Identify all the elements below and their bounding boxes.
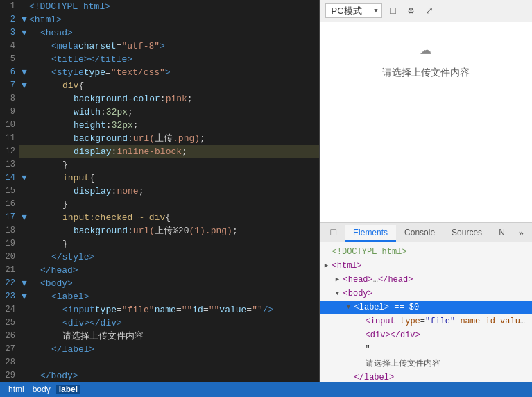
status-breadcrumb-label[interactable]: label	[56, 385, 80, 394]
line-gutter: 2	[0, 13, 19, 26]
line-gutter: 17	[0, 211, 19, 224]
line-content: <head>	[29, 26, 319, 40]
line-content: background:url(上传%20(1).png);	[29, 224, 319, 237]
collapse-arrow	[19, 343, 29, 356]
line-gutter: 25	[0, 316, 19, 330]
line-gutter: 11	[0, 132, 19, 145]
upload-cloud-icon: ☁	[420, 36, 431, 60]
status-bar: htmlbodylabel	[0, 382, 532, 397]
code-line: 22▼<body>	[0, 277, 319, 290]
collapse-arrow[interactable]: ▼	[19, 13, 29, 26]
collapse-arrow	[19, 224, 29, 237]
upload-area: ☁ 请选择上传文件内容	[382, 36, 470, 79]
line-gutter: 10	[0, 119, 19, 132]
code-line: 10 height: 32px;	[0, 119, 319, 132]
settings-icon[interactable]: ⚙	[404, 4, 418, 18]
code-line: 3▼<head>	[0, 26, 319, 40]
collapse-arrow	[19, 198, 29, 211]
right-panel: PC模式手机模式平板模式 □ ⚙ ⤢ ☁ 请选择上传文件内容 □Elements…	[320, 0, 532, 382]
collapse-arrow[interactable]: ▼	[19, 79, 29, 92]
line-gutter: 28	[0, 356, 19, 369]
line-content: input{	[29, 171, 319, 185]
line-content: <!DOCTYPE html>	[29, 0, 319, 13]
line-content: </label>	[29, 343, 319, 356]
collapse-arrow	[19, 145, 29, 158]
collapse-arrow	[19, 264, 29, 277]
line-content: <body>	[29, 277, 319, 290]
dom-line[interactable]: <div></div>	[320, 328, 532, 342]
code-line: 5 <title></title>	[0, 53, 319, 66]
dom-line[interactable]: ▼<body>	[320, 287, 532, 301]
line-content: <style type="text/css">	[29, 66, 319, 79]
code-line: 19 }	[0, 237, 319, 251]
code-line: 8 background-color: pink;	[0, 92, 319, 105]
devtools-tab-more[interactable]: »	[513, 226, 529, 242]
responsive-icon[interactable]: □	[386, 4, 400, 18]
collapse-arrow[interactable]: ▼	[19, 171, 29, 185]
dom-line[interactable]: </label>	[320, 371, 532, 382]
dom-line[interactable]: ▶<head>…</head>	[320, 273, 532, 287]
status-breadcrumb-body[interactable]: body	[30, 385, 53, 394]
status-breadcrumb-html[interactable]: html	[6, 385, 27, 394]
line-gutter: 18	[0, 224, 19, 237]
code-line: 24 <input type="file" name="" id="" valu…	[0, 303, 319, 316]
line-gutter: 27	[0, 343, 19, 356]
line-content: display: inline-block;	[29, 145, 319, 158]
upload-text: 请选择上传文件内容	[382, 67, 470, 79]
dom-line[interactable]: "	[320, 342, 532, 356]
line-gutter: 15	[0, 185, 19, 198]
line-gutter: 21	[0, 264, 19, 277]
dom-line[interactable]: <!DOCTYPE html>	[320, 245, 532, 259]
expand-icon[interactable]: ⤢	[422, 4, 436, 18]
code-line: 6▼<style type="text/css">	[0, 66, 319, 79]
devtools-cursor-icon[interactable]: □	[323, 223, 345, 242]
collapse-arrow	[19, 251, 29, 264]
line-content: width: 32px;	[29, 105, 319, 119]
devtools-tab-sources[interactable]: Sources	[443, 225, 490, 242]
devtools-tab-elements[interactable]: Elements	[345, 225, 396, 242]
collapse-arrow	[19, 316, 29, 330]
mode-select[interactable]: PC模式手机模式平板模式	[325, 3, 382, 18]
code-line: 29 </body>	[0, 369, 319, 382]
line-content: display: none;	[29, 185, 319, 198]
dom-tree-toggle[interactable]: ▼	[345, 303, 353, 312]
dom-line[interactable]: <input type="file" name id valu…	[320, 314, 532, 328]
code-line: 11 background: url(上传.png);	[0, 132, 319, 145]
line-gutter: 7	[0, 79, 19, 92]
dom-tree-toggle[interactable]: ▶	[334, 276, 342, 284]
collapse-arrow	[19, 53, 29, 66]
dom-line[interactable]: 请选择上传文件内容	[320, 356, 532, 371]
devtools-tab-n[interactable]: N	[490, 225, 513, 242]
collapse-arrow	[19, 132, 29, 145]
code-line: 20 </style>	[0, 251, 319, 264]
line-content: }	[29, 237, 319, 251]
dom-tree-toggle[interactable]: ▶	[323, 262, 331, 270]
devtools-tabs: □ElementsConsoleSourcesN»	[320, 223, 532, 242]
dom-line[interactable]: ▶<html>	[320, 259, 532, 273]
collapse-arrow[interactable]: ▼	[19, 26, 29, 40]
dom-tree-toggle[interactable]: ▼	[334, 289, 342, 298]
line-gutter: 6	[0, 66, 19, 79]
dom-line-content: <div></div>	[366, 329, 420, 341]
code-line: 1 <!DOCTYPE html>	[0, 0, 319, 13]
collapse-arrow[interactable]: ▼	[19, 66, 29, 79]
main-area: 1 <!DOCTYPE html>2▼<html>3▼<head>4 <meta…	[0, 0, 532, 382]
devtools-tab-console[interactable]: Console	[396, 225, 443, 242]
collapse-arrow[interactable]: ▼	[19, 211, 29, 224]
devtools-panel: □ElementsConsoleSourcesN» <!DOCTYPE html…	[320, 222, 532, 382]
collapse-arrow	[19, 303, 29, 316]
line-gutter: 29	[0, 369, 19, 382]
line-gutter: 14	[0, 171, 19, 185]
collapse-arrow[interactable]: ▼	[19, 290, 29, 303]
dom-line-content: 请选择上传文件内容	[366, 357, 446, 370]
collapse-arrow[interactable]: ▼	[19, 277, 29, 290]
mode-select-wrapper[interactable]: PC模式手机模式平板模式	[325, 3, 382, 18]
dom-line-content: <!DOCTYPE html>	[332, 246, 407, 258]
line-gutter: 13	[0, 158, 19, 171]
code-line: 25 <div></div>	[0, 316, 319, 330]
line-content	[29, 356, 319, 369]
line-gutter: 23	[0, 290, 19, 303]
line-gutter: 12	[0, 145, 19, 158]
code-line: 27 </label>	[0, 343, 319, 356]
dom-line[interactable]: ▼<label> == $0	[320, 301, 532, 314]
